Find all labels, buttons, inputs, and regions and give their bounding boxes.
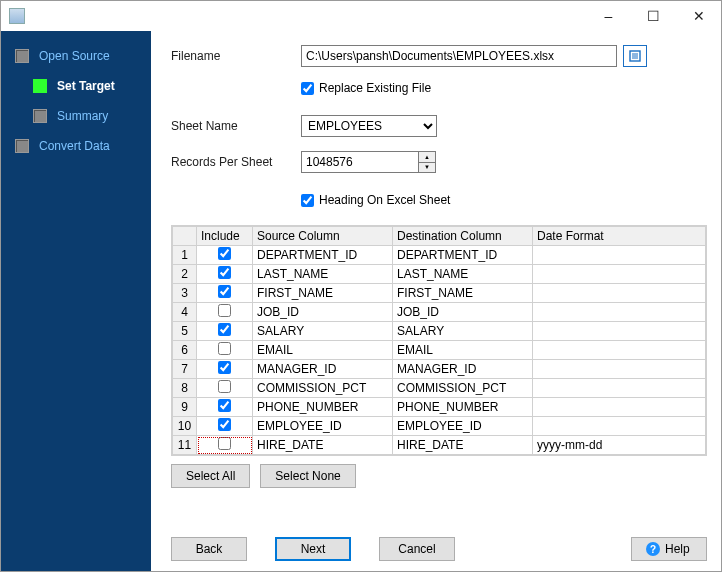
row-index[interactable]: 6 <box>173 341 197 360</box>
nav-item-summary[interactable]: Summary <box>19 101 151 131</box>
source-cell[interactable]: PHONE_NUMBER <box>253 398 393 417</box>
help-button[interactable]: ? Help <box>631 537 707 561</box>
nav-item-open-source[interactable]: Open Source <box>1 41 151 71</box>
records-per-sheet-input[interactable] <box>301 151 419 173</box>
source-cell[interactable]: MANAGER_ID <box>253 360 393 379</box>
table-row[interactable]: 8COMMISSION_PCTCOMMISSION_PCT <box>173 379 706 398</box>
maximize-button[interactable]: ☐ <box>631 1 676 31</box>
datefmt-cell[interactable] <box>533 398 706 417</box>
include-cell[interactable] <box>197 246 253 265</box>
include-cell[interactable] <box>197 341 253 360</box>
select-all-button[interactable]: Select All <box>171 464 250 488</box>
source-cell[interactable]: DEPARTMENT_ID <box>253 246 393 265</box>
source-cell[interactable]: LAST_NAME <box>253 265 393 284</box>
source-cell[interactable]: FIRST_NAME <box>253 284 393 303</box>
include-cell[interactable] <box>197 303 253 322</box>
dest-cell[interactable]: SALARY <box>393 322 533 341</box>
dest-cell[interactable]: MANAGER_ID <box>393 360 533 379</box>
cancel-button[interactable]: Cancel <box>379 537 455 561</box>
dest-cell[interactable]: COMMISSION_PCT <box>393 379 533 398</box>
dest-cell[interactable]: JOB_ID <box>393 303 533 322</box>
close-button[interactable]: ✕ <box>676 1 721 31</box>
include-cell[interactable] <box>197 436 253 455</box>
col-header-include[interactable]: Include <box>197 227 253 246</box>
include-checkbox[interactable] <box>218 437 231 450</box>
table-row[interactable]: 7MANAGER_IDMANAGER_ID <box>173 360 706 379</box>
next-button[interactable]: Next <box>275 537 351 561</box>
sheet-name-combo[interactable]: EMPLOYEES <box>301 115 437 137</box>
spinner-down-icon[interactable]: ▼ <box>419 163 435 173</box>
include-checkbox[interactable] <box>218 418 231 431</box>
datefmt-cell[interactable] <box>533 379 706 398</box>
datefmt-cell[interactable] <box>533 303 706 322</box>
back-button[interactable]: Back <box>171 537 247 561</box>
dest-cell[interactable]: FIRST_NAME <box>393 284 533 303</box>
heading-checkbox[interactable]: Heading On Excel Sheet <box>301 193 450 207</box>
dest-cell[interactable]: DEPARTMENT_ID <box>393 246 533 265</box>
datefmt-cell[interactable] <box>533 284 706 303</box>
spinner-up-icon[interactable]: ▲ <box>419 152 435 163</box>
datefmt-cell[interactable] <box>533 341 706 360</box>
datefmt-cell[interactable] <box>533 417 706 436</box>
include-checkbox[interactable] <box>218 399 231 412</box>
include-checkbox[interactable] <box>218 380 231 393</box>
include-cell[interactable] <box>197 417 253 436</box>
row-index[interactable]: 3 <box>173 284 197 303</box>
include-checkbox[interactable] <box>218 304 231 317</box>
row-index[interactable]: 11 <box>173 436 197 455</box>
datefmt-cell[interactable] <box>533 322 706 341</box>
datefmt-cell[interactable] <box>533 360 706 379</box>
include-checkbox[interactable] <box>218 285 231 298</box>
table-row[interactable]: 10EMPLOYEE_IDEMPLOYEE_ID <box>173 417 706 436</box>
nav-item-set-target[interactable]: Set Target <box>19 71 151 101</box>
row-index[interactable]: 8 <box>173 379 197 398</box>
col-header-dest[interactable]: Destination Column <box>393 227 533 246</box>
include-cell[interactable] <box>197 284 253 303</box>
include-checkbox[interactable] <box>218 323 231 336</box>
datefmt-cell[interactable] <box>533 246 706 265</box>
col-header-datefmt[interactable]: Date Format <box>533 227 706 246</box>
table-row[interactable]: 11HIRE_DATEHIRE_DATEyyyy-mm-dd <box>173 436 706 455</box>
row-index[interactable]: 4 <box>173 303 197 322</box>
include-cell[interactable] <box>197 398 253 417</box>
browse-button[interactable] <box>623 45 647 67</box>
include-checkbox[interactable] <box>218 247 231 260</box>
datefmt-cell[interactable] <box>533 265 706 284</box>
include-checkbox[interactable] <box>218 361 231 374</box>
row-index[interactable]: 5 <box>173 322 197 341</box>
table-row[interactable]: 1DEPARTMENT_IDDEPARTMENT_ID <box>173 246 706 265</box>
row-index[interactable]: 7 <box>173 360 197 379</box>
source-cell[interactable]: SALARY <box>253 322 393 341</box>
row-index[interactable]: 10 <box>173 417 197 436</box>
row-index[interactable]: 2 <box>173 265 197 284</box>
dest-cell[interactable]: LAST_NAME <box>393 265 533 284</box>
dest-cell[interactable]: HIRE_DATE <box>393 436 533 455</box>
include-cell[interactable] <box>197 265 253 284</box>
dest-cell[interactable]: EMAIL <box>393 341 533 360</box>
table-row[interactable]: 2LAST_NAMELAST_NAME <box>173 265 706 284</box>
table-row[interactable]: 5SALARYSALARY <box>173 322 706 341</box>
dest-cell[interactable]: PHONE_NUMBER <box>393 398 533 417</box>
datefmt-cell[interactable]: yyyy-mm-dd <box>533 436 706 455</box>
nav-item-convert-data[interactable]: Convert Data <box>1 131 151 161</box>
row-index[interactable]: 9 <box>173 398 197 417</box>
col-header-source[interactable]: Source Column <box>253 227 393 246</box>
source-cell[interactable]: JOB_ID <box>253 303 393 322</box>
table-row[interactable]: 9PHONE_NUMBERPHONE_NUMBER <box>173 398 706 417</box>
source-cell[interactable]: EMPLOYEE_ID <box>253 417 393 436</box>
include-cell[interactable] <box>197 360 253 379</box>
include-checkbox[interactable] <box>218 342 231 355</box>
filename-input[interactable] <box>301 45 617 67</box>
dest-cell[interactable]: EMPLOYEE_ID <box>393 417 533 436</box>
table-row[interactable]: 6EMAILEMAIL <box>173 341 706 360</box>
table-row[interactable]: 3FIRST_NAMEFIRST_NAME <box>173 284 706 303</box>
row-index[interactable]: 1 <box>173 246 197 265</box>
source-cell[interactable]: EMAIL <box>253 341 393 360</box>
records-per-sheet-spinner[interactable]: ▲ ▼ <box>419 151 436 173</box>
include-checkbox[interactable] <box>218 266 231 279</box>
source-cell[interactable]: HIRE_DATE <box>253 436 393 455</box>
include-cell[interactable] <box>197 379 253 398</box>
source-cell[interactable]: COMMISSION_PCT <box>253 379 393 398</box>
select-none-button[interactable]: Select None <box>260 464 355 488</box>
include-cell[interactable] <box>197 322 253 341</box>
